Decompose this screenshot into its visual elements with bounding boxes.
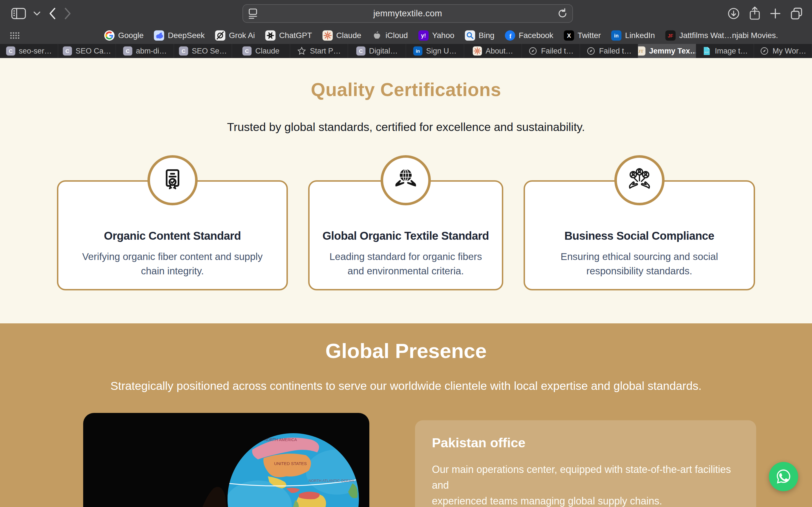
svg-text:NORTH AMERICA: NORTH AMERICA: [264, 438, 297, 442]
tab-label: Sign U…: [426, 47, 456, 55]
favorite-item-google[interactable]: Google: [104, 30, 144, 41]
back-button[interactable]: [48, 7, 56, 20]
favorite-item-icloud[interactable]: iCloud: [371, 30, 408, 41]
claude-icon: [322, 30, 333, 41]
svg-text:WEBP: WEBP: [705, 51, 709, 53]
card-title: Global Organic Textile Standard: [321, 230, 491, 242]
linkedin-icon: in: [413, 46, 423, 56]
downloads-icon[interactable]: [727, 7, 741, 20]
favorite-label: Bing: [479, 31, 495, 40]
tab[interactable]: inSign U…: [406, 44, 464, 58]
browser-toolbar: jemmytextile.com: [0, 0, 812, 27]
whatsapp-button[interactable]: [769, 462, 798, 491]
page-content: Quality Certifications Trusted by global…: [0, 58, 812, 507]
svg-text:C: C: [126, 48, 130, 54]
reload-icon[interactable]: [553, 8, 572, 19]
apps-grid-icon[interactable]: [10, 32, 19, 39]
card-badge: [147, 155, 198, 205]
forward-button[interactable]: [64, 7, 72, 20]
tab[interactable]: CClaude: [232, 44, 290, 58]
address-bar[interactable]: jemmytextile.com: [243, 4, 573, 23]
pakistan-office-card: Pakistan office Our main operations cent…: [415, 420, 756, 507]
claude-c-icon: C: [63, 46, 72, 56]
chatgpt-icon: [265, 30, 276, 41]
svg-text:C: C: [182, 48, 186, 54]
compass-icon: [586, 46, 596, 56]
favorite-item-claude[interactable]: Claude: [322, 30, 361, 41]
share-icon[interactable]: [748, 6, 761, 21]
facebook-icon: f: [505, 30, 515, 41]
tab-label: Claude: [255, 47, 280, 55]
favorite-item-deepseek[interactable]: DeepSeek: [154, 30, 205, 41]
google-icon: [104, 30, 115, 41]
sidebar-toggle-icon[interactable]: [11, 8, 26, 19]
tab-bar: Cseo-ser…CSEO Ca…Cabm-di…CSEO Se…CClaude…: [0, 44, 812, 58]
tab-label: abm-di…: [136, 47, 167, 55]
tab[interactable]: CSEO Se…: [174, 44, 232, 58]
global-presence-row: NORTH AMERICA UNITED STATES NORTH ATLANT…: [83, 413, 756, 507]
tab[interactable]: WEBPImage t…: [696, 44, 754, 58]
claude-c-icon: C: [6, 46, 15, 56]
yahoo-icon: y!: [418, 30, 429, 41]
section-title: Quality Certifications: [0, 79, 812, 100]
favorites-bar: GoogleDeepSeekGrok AiChatGPTClaudeiCloud…: [0, 27, 812, 44]
card-body: Verifying organic fiber content and supp…: [70, 249, 275, 278]
certification-card: Organic Content StandardVerifying organi…: [57, 180, 288, 290]
favorite-item-jattfilms[interactable]: JFJattfilms Wat…njabi Movies.: [665, 30, 778, 41]
card-badge: [380, 155, 431, 205]
tab[interactable]: About…: [464, 44, 522, 58]
favorite-item-chatgpt[interactable]: ChatGPT: [265, 30, 312, 41]
favorite-item-grok[interactable]: Grok Ai: [215, 30, 255, 41]
favorite-label: Grok Ai: [229, 31, 255, 40]
certification-card: Global Organic Textile StandardLeading s…: [308, 180, 503, 290]
office-title: Pakistan office: [432, 435, 739, 450]
favorite-label: Claude: [336, 31, 361, 40]
tab[interactable]: Cseo-ser…: [0, 44, 58, 58]
linkedin-icon: in: [611, 30, 622, 41]
card-body: Ensuring ethical sourcing and social res…: [536, 249, 742, 278]
favorite-label: Jattfilms Wat…njabi Movies.: [679, 31, 778, 40]
tab-label: About…: [486, 47, 513, 55]
tab-overview-icon[interactable]: [790, 6, 804, 20]
section-subtitle: Trusted by global standards, certified f…: [0, 121, 812, 134]
chevron-down-icon[interactable]: [33, 11, 41, 16]
tab[interactable]: CDigital…: [348, 44, 406, 58]
tab[interactable]: Cabm-di…: [116, 44, 174, 58]
compass-icon: [760, 46, 769, 56]
favorite-item-twitter[interactable]: XTwitter: [564, 30, 601, 41]
global-presence-section: Global Presence Strategically positioned…: [0, 323, 812, 507]
section-title: Global Presence: [0, 339, 812, 362]
section-subtitle: Strategically positioned across continen…: [0, 379, 812, 393]
reader-view-icon[interactable]: [243, 8, 263, 19]
office-description: Our main operations center, equipped wit…: [432, 462, 739, 507]
tab-label: Digital…: [369, 47, 398, 55]
card-body: Leading standard for organic fibers and …: [321, 249, 491, 278]
svg-text:f: f: [509, 33, 512, 40]
new-tab-icon[interactable]: [769, 7, 781, 20]
tab-label: SEO Ca…: [75, 47, 111, 55]
favorite-item-bing[interactable]: Bing: [465, 30, 495, 41]
tab[interactable]: Start P…: [290, 44, 348, 58]
tab[interactable]: Failed t…: [580, 44, 638, 58]
claude-spark-icon: [472, 46, 482, 56]
svg-text:JF: JF: [668, 33, 673, 39]
tab[interactable]: My Wor…: [754, 44, 812, 58]
favorites-list: GoogleDeepSeekGrok AiChatGPTClaudeiCloud…: [104, 30, 778, 41]
card-title: Business Social Compliance: [536, 230, 742, 242]
svg-text:y!: y!: [421, 33, 426, 39]
favorite-label: iCloud: [386, 31, 408, 40]
favorite-item-linkedin[interactable]: inLinkedIn: [611, 30, 655, 41]
favorite-item-yahoo[interactable]: y!Yahoo: [418, 30, 455, 41]
tab-active[interactable]: JTJemmy Tex…: [638, 44, 696, 58]
favorite-label: ChatGPT: [279, 31, 312, 40]
tab[interactable]: CSEO Ca…: [58, 44, 116, 58]
svg-text:C: C: [9, 48, 13, 54]
tab[interactable]: Failed t…: [522, 44, 580, 58]
card-badge: [614, 155, 665, 205]
community-hands-icon: [626, 166, 653, 194]
favorite-item-facebook[interactable]: fFacebook: [505, 30, 553, 41]
favorite-label: DeepSeek: [168, 31, 205, 40]
jt-icon: JT: [638, 46, 646, 56]
claude-c-icon: C: [356, 46, 366, 56]
svg-text:UNITED STATES: UNITED STATES: [274, 461, 307, 466]
